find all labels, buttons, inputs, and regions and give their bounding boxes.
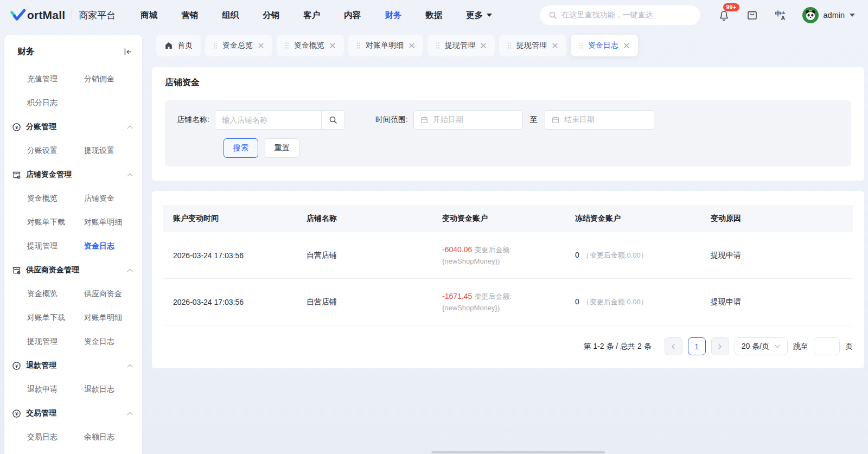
sidebar-section-supplier-funds[interactable]: 供应商资金管理 [4, 258, 142, 282]
sidebar-title: 财务 [17, 46, 35, 57]
page-unit-label: 页 [845, 342, 853, 351]
chevron-up-icon [126, 172, 133, 177]
cell-change-amount: -1671.45 变更后金额: {newShopMoney}) [442, 292, 512, 312]
close-icon[interactable] [409, 42, 415, 49]
sidebar-link-funds-log-active[interactable]: 资金日志 [84, 241, 114, 251]
sidebar-link-split-settings[interactable]: 分账设置 [27, 146, 84, 156]
close-icon[interactable] [329, 42, 336, 49]
shop-name-search-button[interactable] [321, 110, 345, 130]
chevron-down-icon [774, 344, 781, 349]
sidebar-link-statement-detail[interactable]: 对账单明细 [84, 218, 122, 227]
drag-dots-icon [285, 42, 289, 49]
tab-funds-overview[interactable]: 资金总览 [205, 35, 272, 56]
main-content: 首页 资金总览 资金概览 对账单明细 提现管理 提现管理 [152, 35, 864, 368]
drag-dots-icon [213, 42, 218, 49]
bottom-scroll-indicator[interactable] [431, 451, 605, 453]
sidebar-section-shop-funds[interactable]: 店铺资金管理 [4, 163, 142, 187]
close-icon[interactable] [258, 42, 264, 49]
logo-swoosh-icon [10, 9, 26, 22]
close-icon[interactable] [623, 42, 630, 49]
nav-item-organization[interactable]: 组织 [222, 10, 239, 21]
page-size-select[interactable]: 20 条/页 [735, 337, 788, 355]
nav-item-marketing[interactable]: 营销 [181, 10, 198, 21]
next-page-button[interactable] [711, 337, 729, 355]
brand-logo[interactable]: ortMall 商家平台 [10, 9, 116, 22]
sidebar-section-split-account[interactable]: 分账管理 [4, 115, 142, 139]
sidebar-link-balance-log[interactable]: 余额日志 [84, 432, 114, 442]
sidebar-link-points-log[interactable]: 积分日志 [27, 98, 84, 108]
close-icon[interactable] [552, 42, 558, 49]
shop-name-label: 店铺名称: [177, 115, 209, 125]
tab-funds-summary[interactable]: 资金概览 [277, 35, 344, 56]
nav-item-finance[interactable]: 财务 [385, 10, 401, 21]
table-row: 2026-03-24 17:03:56 自营店铺 -6040.06 变更后金额:… [163, 232, 853, 279]
end-date-placeholder: 结束日期 [564, 115, 595, 125]
jump-to-page-input[interactable] [814, 337, 840, 355]
close-icon[interactable] [480, 42, 487, 49]
nav-item-mall[interactable]: 商城 [141, 10, 157, 21]
sidebar-link-funds-overview[interactable]: 资金概览 [27, 194, 84, 203]
chevron-up-icon [126, 125, 133, 129]
sidebar-link-trade-log[interactable]: 交易日志 [27, 432, 84, 442]
storefront-gear-icon [12, 266, 21, 275]
translate-icon [774, 9, 787, 22]
nav-item-distribution[interactable]: 分销 [263, 10, 279, 21]
caret-down-icon [487, 14, 492, 17]
primary-nav: 商城 营销 组织 分销 客户 内容 财务 数据 更多 [141, 10, 492, 21]
prev-page-button[interactable] [665, 337, 682, 355]
sidebar-link-withdraw-settings[interactable]: 提现设置 [84, 146, 114, 156]
tab-withdraw-manage-1[interactable]: 提现管理 [427, 35, 495, 56]
tab-funds-log-active[interactable]: 资金日志 [571, 35, 638, 56]
nav-item-more[interactable]: 更多 [466, 10, 492, 21]
drag-dots-icon [507, 42, 512, 49]
page-tabs: 首页 资金总览 资金概览 对账单明细 提现管理 提现管理 [152, 35, 864, 56]
end-date-picker[interactable]: 结束日期 [545, 110, 654, 130]
sidebar-link-recharge[interactable]: 充值管理 [27, 74, 84, 84]
tab-withdraw-manage-2[interactable]: 提现管理 [499, 35, 566, 56]
nav-item-customers[interactable]: 客户 [303, 10, 320, 21]
date-range-to-label: 至 [530, 115, 538, 125]
page-number-1[interactable]: 1 [688, 337, 706, 355]
col-account-change-time: 账户变动时间 [163, 214, 297, 223]
store-button[interactable] [746, 9, 758, 22]
pagination-total: 第 1-2 条 / 总共 2 条 [583, 342, 651, 351]
reset-button[interactable]: 重置 [265, 138, 299, 158]
language-button[interactable] [774, 9, 787, 22]
sidebar-link-withdraw-manage[interactable]: 提现管理 [27, 337, 84, 347]
sidebar-link-funds-overview[interactable]: 资金概览 [27, 289, 84, 299]
sidebar-link-withdraw-manage[interactable]: 提现管理 [27, 241, 84, 251]
filter-box: 店铺名称: 时间范围: 开始日期 至 结束日期 [165, 100, 851, 167]
sidebar-section-refund[interactable]: 退款管理 [4, 354, 142, 378]
nav-item-data[interactable]: 数据 [425, 10, 442, 21]
chevron-up-icon [126, 363, 133, 368]
sidebar-link-statement-download[interactable]: 对账单下载 [27, 218, 84, 227]
search-icon [329, 116, 337, 124]
nav-item-content[interactable]: 内容 [344, 10, 361, 21]
sidebar-link-supplier-funds[interactable]: 供应商资金 [84, 289, 122, 299]
sidebar-link-statement-download[interactable]: 对账单下载 [27, 313, 84, 323]
notification-badge: 99+ [723, 3, 740, 11]
collapse-sidebar-icon[interactable] [123, 47, 132, 56]
sidebar-link-refund-apply[interactable]: 退款申请 [27, 385, 84, 394]
sidebar-link-shop-funds[interactable]: 店铺资金 [84, 194, 114, 203]
jump-to-label: 跳至 [793, 342, 808, 351]
col-change-reason: 变动原因 [701, 214, 853, 223]
notifications-button[interactable]: 99+ [718, 9, 730, 22]
topbar-actions: 99+ admin [718, 7, 856, 23]
user-menu[interactable]: admin [802, 7, 856, 23]
sidebar-section-trade[interactable]: 交易管理 [4, 401, 142, 425]
tab-statement-detail[interactable]: 对账单明细 [348, 35, 423, 56]
sidebar-link-statement-detail[interactable]: 对账单明细 [84, 313, 122, 323]
start-date-picker[interactable]: 开始日期 [413, 110, 523, 130]
sidebar-link-distribution-commission[interactable]: 分销佣金 [84, 74, 114, 84]
search-button[interactable]: 搜索 [224, 138, 258, 158]
global-search-input[interactable]: 在这里查找功能，一键直达 [540, 5, 700, 25]
shop-name-input[interactable] [215, 110, 321, 130]
tab-home[interactable]: 首页 [156, 35, 201, 56]
logo-divider [72, 10, 72, 21]
cell-frozen: 0（变更后金额:0.00） [565, 297, 701, 307]
calendar-icon [420, 116, 428, 124]
sidebar-link-funds-log[interactable]: 资金日志 [84, 337, 114, 347]
sidebar-link-refund-log[interactable]: 退款日志 [84, 385, 114, 394]
yuan-circle-icon [12, 409, 21, 418]
